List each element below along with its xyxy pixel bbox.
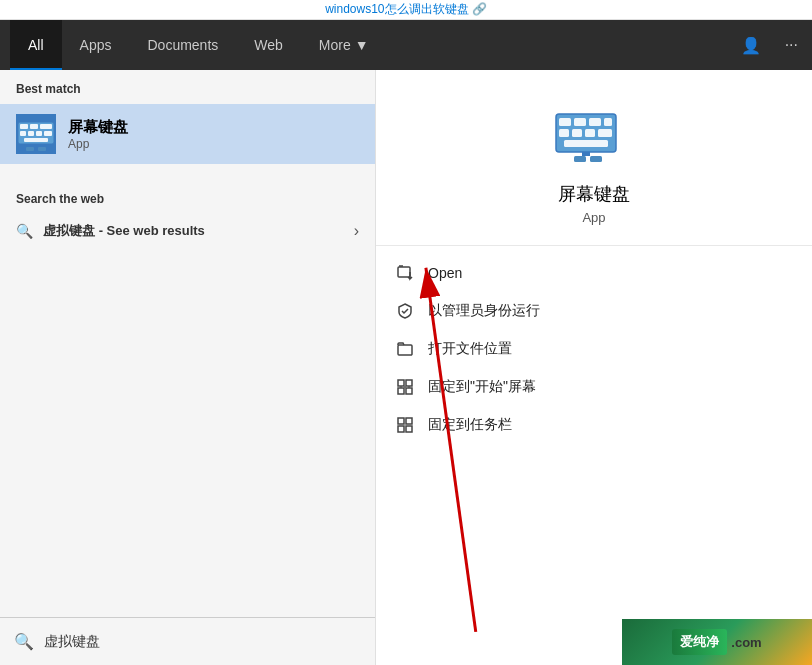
search-web-label: Search the web bbox=[0, 180, 375, 214]
search-bar-icon: 🔍 bbox=[14, 632, 34, 651]
best-match-label: Best match bbox=[0, 70, 375, 104]
svg-rect-33 bbox=[406, 426, 412, 432]
svg-rect-5 bbox=[28, 131, 34, 136]
main-container: All Apps Documents Web More ▼ 👤 ··· Best… bbox=[0, 20, 812, 665]
best-match-item[interactable]: 屏幕键盘 App bbox=[0, 104, 375, 164]
context-item-open[interactable]: Open bbox=[376, 254, 812, 292]
svg-rect-31 bbox=[406, 418, 412, 424]
app-icon-small bbox=[16, 114, 56, 154]
svg-rect-15 bbox=[604, 118, 612, 126]
svg-rect-25 bbox=[398, 345, 412, 355]
svg-rect-1 bbox=[20, 124, 28, 129]
chevron-right-icon: › bbox=[354, 222, 359, 240]
top-link-bar: windows10怎么调出软键盘 🔗 bbox=[0, 0, 812, 20]
svg-rect-17 bbox=[572, 129, 582, 137]
pin-start-icon bbox=[396, 378, 414, 396]
svg-rect-13 bbox=[574, 118, 586, 126]
folder-icon bbox=[396, 340, 414, 358]
svg-rect-16 bbox=[559, 129, 569, 137]
app-detail-header: 屏幕键盘 App bbox=[376, 70, 812, 246]
svg-rect-27 bbox=[406, 380, 412, 386]
svg-rect-22 bbox=[590, 156, 602, 162]
web-search-item[interactable]: 🔍 虚拟键盘 - See web results › bbox=[0, 214, 375, 248]
search-bar: 🔍 bbox=[0, 617, 375, 665]
context-item-pin-start[interactable]: 固定到"开始"屏幕 bbox=[376, 368, 812, 406]
context-pin-start-label: 固定到"开始"屏幕 bbox=[428, 378, 536, 396]
person-icon[interactable]: 👤 bbox=[737, 32, 765, 59]
svg-rect-30 bbox=[398, 418, 404, 424]
svg-rect-21 bbox=[574, 156, 586, 162]
left-panel: Best match bbox=[0, 70, 375, 665]
context-menu: Open 以管理员身份运行 bbox=[376, 246, 812, 452]
context-pin-taskbar-label: 固定到任务栏 bbox=[428, 416, 512, 434]
svg-rect-4 bbox=[20, 131, 26, 136]
pin-taskbar-icon bbox=[396, 416, 414, 434]
best-match-title: 屏幕键盘 bbox=[68, 118, 128, 137]
tab-more[interactable]: More ▼ bbox=[301, 20, 387, 70]
svg-rect-14 bbox=[589, 118, 601, 126]
best-match-text: 屏幕键盘 App bbox=[68, 118, 128, 151]
top-link-text[interactable]: windows10怎么调出软键盘 🔗 bbox=[325, 1, 487, 18]
context-item-location[interactable]: 打开文件位置 bbox=[376, 330, 812, 368]
open-icon bbox=[396, 264, 414, 282]
watermark: 爱纯净 .com bbox=[622, 619, 812, 665]
more-options-icon[interactable]: ··· bbox=[781, 32, 802, 58]
nav-tabs: All Apps Documents Web More ▼ 👤 ··· bbox=[0, 20, 812, 70]
context-item-pin-taskbar[interactable]: 固定到任务栏 bbox=[376, 406, 812, 444]
shield-icon bbox=[396, 302, 414, 320]
search-icon-web: 🔍 bbox=[16, 223, 33, 239]
svg-rect-7 bbox=[44, 131, 52, 136]
tab-documents[interactable]: Documents bbox=[129, 20, 236, 70]
svg-rect-9 bbox=[26, 147, 34, 151]
svg-rect-8 bbox=[24, 138, 48, 142]
svg-rect-28 bbox=[398, 388, 404, 394]
svg-rect-2 bbox=[30, 124, 38, 129]
svg-rect-23 bbox=[582, 152, 590, 156]
tab-all[interactable]: All bbox=[10, 20, 62, 70]
tab-web[interactable]: Web bbox=[236, 20, 301, 70]
svg-rect-3 bbox=[40, 124, 52, 129]
tab-apps[interactable]: Apps bbox=[62, 20, 130, 70]
svg-rect-19 bbox=[598, 129, 612, 137]
svg-rect-26 bbox=[398, 380, 404, 386]
svg-rect-6 bbox=[36, 131, 42, 136]
svg-rect-18 bbox=[585, 129, 595, 137]
app-icon-large bbox=[554, 110, 634, 170]
svg-rect-12 bbox=[559, 118, 571, 126]
app-type-label: App bbox=[582, 210, 605, 225]
context-location-label: 打开文件位置 bbox=[428, 340, 512, 358]
app-name-large: 屏幕键盘 bbox=[558, 182, 630, 206]
search-web-section: Search the web 🔍 虚拟键盘 - See web results … bbox=[0, 180, 375, 248]
search-input[interactable] bbox=[44, 634, 361, 650]
web-search-text: 虚拟键盘 - See web results bbox=[43, 222, 205, 240]
content-area: Best match bbox=[0, 70, 812, 665]
context-open-label: Open bbox=[428, 265, 462, 281]
context-item-admin[interactable]: 以管理员身份运行 bbox=[376, 292, 812, 330]
svg-rect-29 bbox=[406, 388, 412, 394]
best-match-subtitle: App bbox=[68, 137, 128, 151]
context-admin-label: 以管理员身份运行 bbox=[428, 302, 540, 320]
nav-right-actions: 👤 ··· bbox=[737, 32, 802, 59]
svg-rect-24 bbox=[398, 267, 410, 277]
svg-rect-20 bbox=[564, 140, 608, 147]
right-panel: 屏幕键盘 App Open bbox=[375, 70, 812, 665]
svg-rect-32 bbox=[398, 426, 404, 432]
svg-rect-10 bbox=[38, 147, 46, 151]
